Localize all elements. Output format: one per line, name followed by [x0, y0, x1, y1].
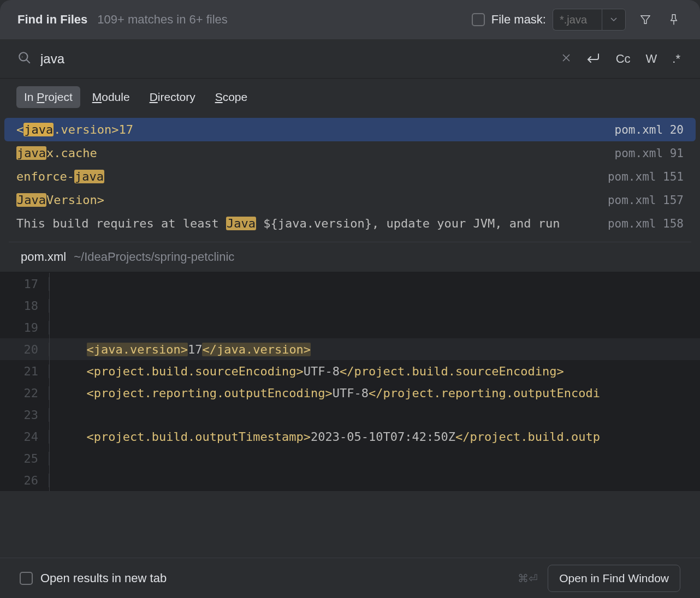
result-row[interactable]: enforce-javapom.xml 151	[0, 165, 700, 188]
line-number: 18	[0, 299, 49, 313]
line-number: 22	[0, 386, 49, 400]
result-row[interactable]: This build requires at least Java ${java…	[0, 212, 700, 235]
code-line: 22 <project.reporting.outputEncoding>UTF…	[0, 382, 700, 404]
code-line: 17	[0, 273, 700, 295]
code-line: 25	[0, 447, 700, 469]
file-mask-input[interactable]	[553, 9, 602, 31]
code-line: 23	[0, 404, 700, 426]
code-line: 20 <java.version>17</java.version>	[0, 338, 700, 360]
code-preview[interactable]: 171819 20 <java.version>17</java.version…	[0, 272, 700, 491]
dialog-title: Find in Files	[17, 13, 87, 27]
header-bar: Find in Files 109+ matches in 6+ files F…	[0, 0, 700, 39]
pin-button[interactable]	[665, 11, 683, 28]
result-location: pom.xml 20	[615, 123, 684, 136]
search-bar: Cc W .*	[0, 39, 700, 79]
result-location: pom.xml 157	[608, 194, 684, 207]
open-find-window-button[interactable]: Open in Find Window	[548, 565, 680, 592]
shortcut-hint: ⌘⏎	[518, 572, 538, 585]
line-number: 24	[0, 430, 49, 444]
search-input[interactable]	[40, 51, 559, 67]
scope-tab-in-project[interactable]: In Project	[16, 86, 80, 108]
new-tab-label: Open results in new tab	[40, 571, 167, 585]
match-count: 109+ matches in 6+ files	[97, 13, 227, 27]
result-row[interactable]: javax.cachepom.xml 91	[0, 141, 700, 165]
filter-button[interactable]	[637, 11, 654, 28]
regex-button[interactable]: .*	[670, 50, 683, 68]
search-icon[interactable]	[17, 51, 32, 67]
whole-word-button[interactable]: W	[644, 50, 660, 68]
scope-tab-scope[interactable]: Scope	[207, 86, 256, 108]
line-number: 17	[0, 277, 49, 291]
line-number: 20	[0, 343, 49, 356]
line-number: 26	[0, 474, 49, 487]
code-line: 19	[0, 316, 700, 338]
result-location: pom.xml 91	[615, 147, 684, 160]
scope-tabs: In ProjectModuleDirectoryScope	[0, 79, 700, 118]
preview-file-dir: ~/IdeaProjects/spring-petclinic	[74, 250, 234, 264]
newline-icon	[586, 53, 601, 63]
result-location: pom.xml 158	[608, 217, 684, 230]
newline-button[interactable]	[584, 50, 603, 68]
line-number: 19	[0, 321, 49, 334]
clear-search-button[interactable]	[559, 50, 573, 68]
footer-bar: Open results in new tab ⌘⏎ Open in Find …	[0, 558, 700, 598]
result-row[interactable]: <java.version>17pom.xml 20	[4, 118, 696, 141]
code-line: 26	[0, 469, 700, 491]
pin-icon	[668, 14, 680, 26]
results-list: <java.version>17pom.xml 20javax.cachepom…	[0, 118, 700, 235]
file-mask-dropdown[interactable]	[602, 9, 626, 31]
file-mask-checkbox[interactable]	[472, 13, 485, 26]
scope-tab-directory[interactable]: Directory	[142, 86, 203, 108]
code-line: 24 <project.build.outputTimestamp>2023-0…	[0, 426, 700, 447]
line-number: 21	[0, 364, 49, 378]
chevron-down-icon	[610, 17, 617, 22]
result-location: pom.xml 151	[608, 170, 684, 183]
match-case-button[interactable]: Cc	[614, 50, 633, 68]
line-number: 25	[0, 452, 49, 465]
result-row[interactable]: JavaVersion>pom.xml 157	[0, 188, 700, 212]
filter-icon	[639, 14, 651, 26]
preview-file-path: pom.xml ~/IdeaProjects/spring-petclinic	[0, 242, 700, 272]
code-line: 18	[0, 295, 700, 316]
preview-file-name: pom.xml	[21, 250, 66, 264]
file-mask-label: File mask:	[491, 13, 546, 27]
scope-tab-module[interactable]: Module	[85, 86, 138, 108]
line-number: 23	[0, 408, 49, 422]
svg-point-0	[19, 52, 27, 61]
new-tab-checkbox[interactable]	[20, 572, 33, 585]
code-line: 21 <project.build.sourceEncoding>UTF-8</…	[0, 360, 700, 382]
close-icon	[561, 53, 571, 63]
